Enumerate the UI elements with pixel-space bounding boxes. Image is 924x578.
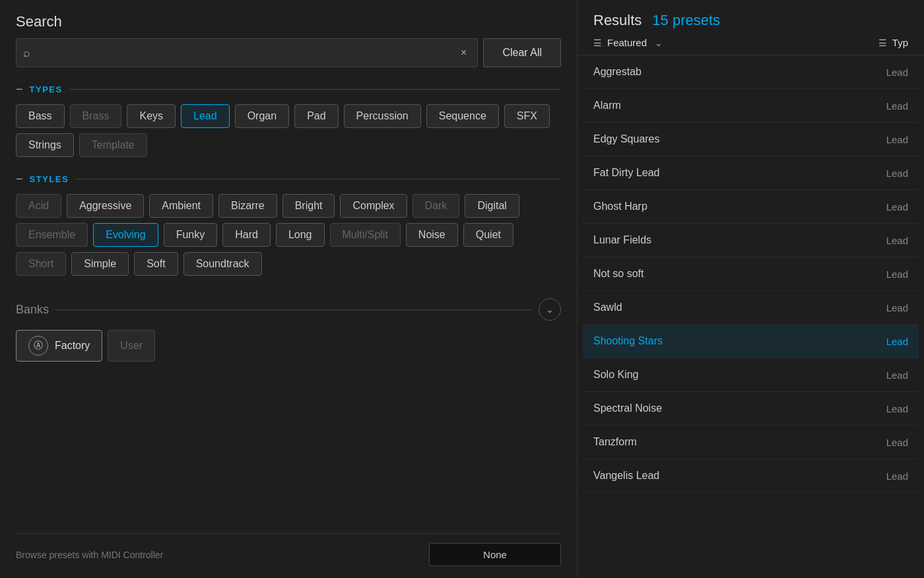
clear-x-button[interactable]: × xyxy=(457,46,471,60)
styles-tag-aggressive[interactable]: Aggressive xyxy=(67,194,144,218)
types-divider xyxy=(69,89,561,90)
types-tag-strings[interactable]: Strings xyxy=(16,133,74,157)
result-item[interactable]: SawldLead xyxy=(583,291,919,325)
result-item[interactable]: AggrestabLead xyxy=(583,55,919,89)
result-item[interactable]: Vangelis LeadLead xyxy=(583,459,919,493)
bank-btn-user[interactable]: User xyxy=(108,330,155,362)
result-type: Lead xyxy=(886,437,908,448)
result-type: Lead xyxy=(886,470,908,482)
result-type: Lead xyxy=(886,269,908,280)
result-name: Fat Dirty Lead xyxy=(593,167,659,179)
types-tag-keys[interactable]: Keys xyxy=(127,104,176,128)
midi-select[interactable]: None xyxy=(429,543,561,566)
styles-tag-long[interactable]: Long xyxy=(276,223,325,247)
search-bar: ⌕ × Clear All xyxy=(16,38,561,67)
sort-lines-icon: ☰ xyxy=(593,38,602,48)
sort-type-label: Typ xyxy=(892,37,908,48)
sort-featured[interactable]: ☰ Featured ⌄ xyxy=(593,37,663,48)
results-header: Results 15 presets xyxy=(578,0,924,29)
result-type: Lead xyxy=(886,336,908,347)
bank-btn-factory[interactable]: ⒶFactory xyxy=(16,330,102,362)
result-name: Shooting Stars xyxy=(593,335,663,347)
types-tag-percussion[interactable]: Percussion xyxy=(344,104,421,128)
types-tag-sequence[interactable]: Sequence xyxy=(426,104,499,128)
result-item[interactable]: Shooting StarsLead xyxy=(583,325,919,358)
styles-tag-noise[interactable]: Noise xyxy=(406,223,458,247)
styles-tag-bright[interactable]: Bright xyxy=(282,194,335,218)
types-tag-lead[interactable]: Lead xyxy=(181,104,230,128)
clear-all-button[interactable]: Clear All xyxy=(483,38,561,67)
styles-tag-complex[interactable]: Complex xyxy=(340,194,407,218)
styles-tag-short[interactable]: Short xyxy=(16,252,66,276)
types-tag-sfx[interactable]: SFX xyxy=(504,104,550,128)
styles-tag-ambient[interactable]: Ambient xyxy=(149,194,213,218)
sort-chevron-icon: ⌄ xyxy=(655,38,663,48)
styles-tag-multi/split[interactable]: Multi/Split xyxy=(330,223,401,247)
bank-arturia-icon: Ⓐ xyxy=(28,336,48,356)
types-tag-pad[interactable]: Pad xyxy=(294,104,338,128)
result-name: Solo King xyxy=(593,369,639,381)
result-name: Alarm xyxy=(593,100,621,112)
result-name: Sawld xyxy=(593,302,622,313)
result-name: Aggrestab xyxy=(593,66,642,78)
banks-title: Banks xyxy=(16,303,49,317)
result-item[interactable]: Not so softLead xyxy=(583,257,919,291)
right-panel: Results 15 presets ☰ Featured ⌄ ☰ Typ Ag… xyxy=(578,0,924,578)
sort-type[interactable]: ☰ Typ xyxy=(878,37,908,48)
result-name: Spectral Noise xyxy=(593,402,662,414)
types-tags: BassBrassKeysLeadOrganPadPercussionSeque… xyxy=(16,104,561,157)
banks-chevron-button[interactable]: ⌄ xyxy=(539,298,561,321)
results-list: AggrestabLeadAlarmLeadEdgy SquaresLeadFa… xyxy=(578,55,924,578)
left-panel: Search ⌕ × Clear All − TYPES BassBrassKe… xyxy=(0,0,578,578)
sort-type-lines-icon: ☰ xyxy=(878,38,887,48)
result-item[interactable]: TanzformLead xyxy=(583,426,919,459)
result-type: Lead xyxy=(886,168,908,179)
search-input[interactable] xyxy=(36,48,457,59)
banks-tags: ⒶFactoryUser xyxy=(16,330,561,362)
styles-section: − STYLES AcidAggressiveAmbientBizarreBri… xyxy=(16,173,561,280)
result-type: Lead xyxy=(886,134,908,145)
result-item[interactable]: Edgy SquaresLead xyxy=(583,123,919,156)
styles-tag-evolving[interactable]: Evolving xyxy=(93,223,158,247)
result-item[interactable]: Solo KingLead xyxy=(583,358,919,392)
result-item[interactable]: Fat Dirty LeadLead xyxy=(583,156,919,190)
sort-featured-label: Featured xyxy=(607,37,647,48)
search-title: Search xyxy=(16,13,561,30)
styles-tag-ensemble[interactable]: Ensemble xyxy=(16,223,88,247)
result-item[interactable]: Lunar FieldsLead xyxy=(583,224,919,257)
result-item[interactable]: Spectral NoiseLead xyxy=(583,392,919,426)
styles-tag-soundtrack[interactable]: Soundtrack xyxy=(183,252,262,276)
types-tag-template[interactable]: Template xyxy=(79,133,147,157)
types-title: TYPES xyxy=(30,84,63,94)
types-toggle[interactable]: − xyxy=(16,83,23,95)
midi-bar: Browse presets with MIDI Controller None xyxy=(16,533,561,578)
result-item[interactable]: AlarmLead xyxy=(583,89,919,123)
styles-toggle[interactable]: − xyxy=(16,173,23,185)
result-name: Vangelis Lead xyxy=(593,470,659,482)
sort-bar: ☰ Featured ⌄ ☰ Typ xyxy=(578,37,924,55)
styles-tag-acid[interactable]: Acid xyxy=(16,194,61,218)
results-count: 15 presets xyxy=(652,12,720,29)
midi-label: Browse presets with MIDI Controller xyxy=(16,550,163,560)
banks-section: Banks ⌄ ⒶFactoryUser xyxy=(16,298,561,362)
bank-label: User xyxy=(120,340,143,352)
styles-tag-soft[interactable]: Soft xyxy=(134,252,178,276)
styles-tag-hard[interactable]: Hard xyxy=(222,223,271,247)
types-header: − TYPES xyxy=(16,83,561,95)
styles-tags: AcidAggressiveAmbientBizarreBrightComple… xyxy=(16,194,561,276)
styles-tag-quiet[interactable]: Quiet xyxy=(463,223,513,247)
styles-tag-simple[interactable]: Simple xyxy=(71,252,129,276)
styles-title: STYLES xyxy=(30,174,69,184)
types-tag-brass[interactable]: Brass xyxy=(70,104,122,128)
styles-tag-funky[interactable]: Funky xyxy=(164,223,218,247)
result-type: Lead xyxy=(886,403,908,414)
types-tag-organ[interactable]: Organ xyxy=(235,104,289,128)
styles-tag-dark[interactable]: Dark xyxy=(412,194,460,218)
styles-tag-digital[interactable]: Digital xyxy=(465,194,519,218)
search-icon: ⌕ xyxy=(23,46,30,60)
styles-tag-bizarre[interactable]: Bizarre xyxy=(218,194,277,218)
types-tag-bass[interactable]: Bass xyxy=(16,104,65,128)
types-section: − TYPES BassBrassKeysLeadOrganPadPercuss… xyxy=(16,83,561,161)
result-name: Edgy Squares xyxy=(593,133,660,145)
result-item[interactable]: Ghost HarpLead xyxy=(583,190,919,224)
